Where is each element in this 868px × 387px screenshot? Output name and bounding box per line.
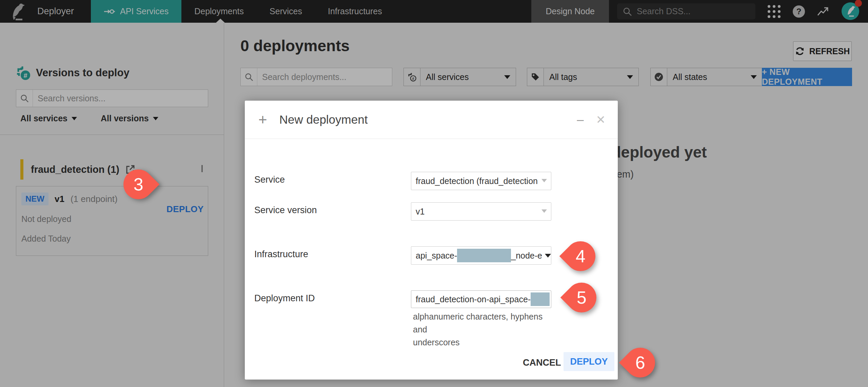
infrastructure-select-value-prefix: api_space- xyxy=(411,251,457,261)
annotation-step-6-number: 6 xyxy=(635,352,645,373)
cancel-button[interactable]: CANCEL xyxy=(523,358,561,368)
annotation-step-3-number: 3 xyxy=(134,174,143,195)
deployment-id-field-label: Deployment ID xyxy=(254,293,315,304)
modal-title: New deployment xyxy=(279,113,368,126)
redaction-block xyxy=(531,292,550,306)
modal-header: + New deployment – ✕ xyxy=(245,101,618,139)
chevron-down-icon xyxy=(541,209,547,213)
deployment-id-input[interactable]: fraud_detection-on-api_space- xyxy=(411,290,551,308)
deployment-id-value: fraud_detection-on-api_space- xyxy=(411,294,531,304)
helper-line2: underscores xyxy=(413,336,549,349)
infrastructure-select-value-suffix: _node-e xyxy=(511,251,542,261)
modal-deploy-button[interactable]: DEPLOY xyxy=(564,352,614,371)
new-deployment-modal: + New deployment – ✕ Service fraud_detec… xyxy=(245,101,618,380)
service-field-label: Service xyxy=(254,175,285,185)
annotation-step-5-number: 5 xyxy=(577,287,587,308)
plus-icon: + xyxy=(258,111,267,128)
service-version-select-value: v1 xyxy=(411,207,425,217)
service-select[interactable]: fraud_detection (fraud_detection xyxy=(411,172,551,190)
service-select-value: fraud_detection (fraud_detection xyxy=(411,176,538,186)
helper-line1: alphanumeric characters, hyphens and xyxy=(413,310,549,336)
infrastructure-select[interactable]: api_space-_node-e xyxy=(411,246,551,265)
modal-deploy-label: DEPLOY xyxy=(570,357,608,367)
chevron-down-icon xyxy=(545,254,551,258)
redaction-block xyxy=(457,249,511,262)
chevron-down-icon xyxy=(541,179,547,182)
close-icon[interactable]: ✕ xyxy=(593,113,618,126)
service-version-select[interactable]: v1 xyxy=(411,202,551,221)
annotation-step-4-number: 4 xyxy=(576,246,586,266)
infrastructure-field-label: Infrastructure xyxy=(254,249,308,260)
service-version-field-label: Service version xyxy=(254,205,317,216)
minimize-icon[interactable]: – xyxy=(567,113,593,127)
deployer-screen: Deployer API Services Deployments Servic… xyxy=(0,0,868,387)
deployment-id-helper: alphanumeric characters, hyphens and und… xyxy=(413,310,549,349)
